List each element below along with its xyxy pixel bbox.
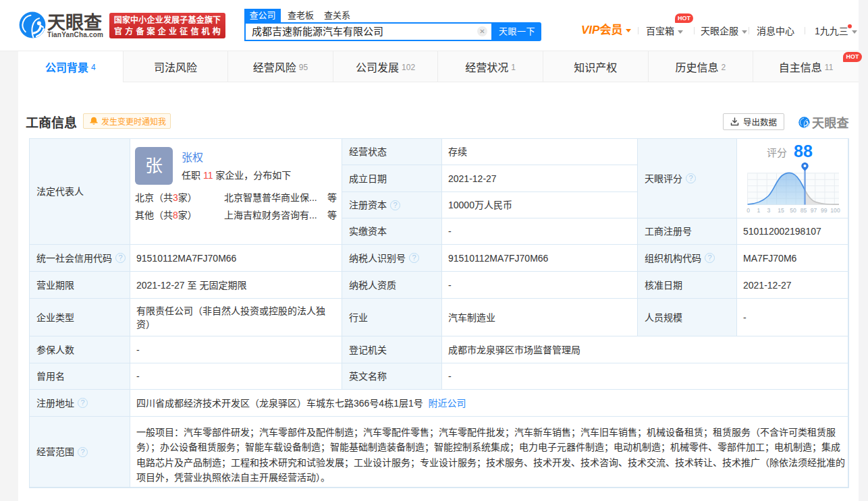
svg-text:0: 0 [747,207,750,214]
svg-text:99: 99 [821,207,828,214]
svg-text:97: 97 [811,207,817,214]
svg-text:50: 50 [790,207,796,214]
svg-text:85: 85 [801,207,807,214]
svg-text:3: 3 [767,207,771,214]
svg-text:1: 1 [757,207,761,214]
svg-text:100: 100 [830,207,840,214]
svg-text:15: 15 [778,207,784,214]
